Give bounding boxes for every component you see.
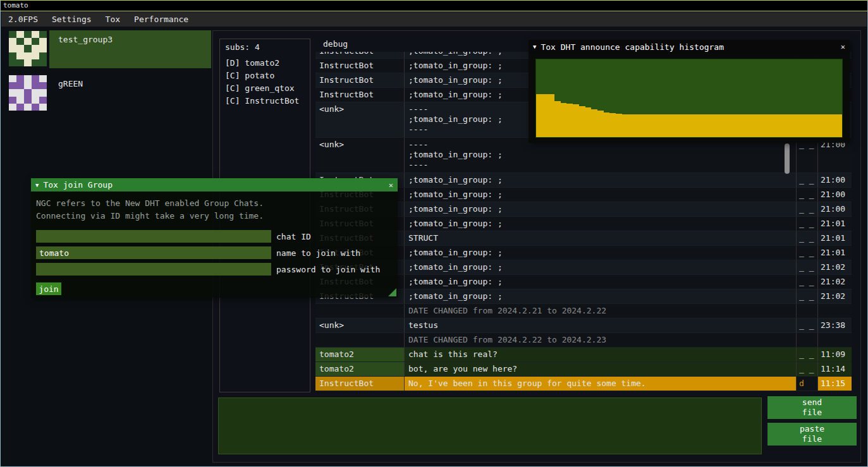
histogram-bar (732, 114, 738, 137)
field-label: chat ID (276, 232, 311, 241)
name-to-join-with-input[interactable] (36, 246, 271, 259)
chat-row-author: InstructBot (315, 88, 404, 102)
subs-item[interactable]: [C] green_qtox (225, 82, 305, 95)
histogram-bar (542, 94, 549, 137)
password-to-join-with-input[interactable] (36, 263, 271, 276)
chat-row-flags: _ _ (796, 188, 817, 202)
histogram-title: Tox DHT announce capability histogram (541, 42, 724, 52)
subs-item[interactable]: [C] potato (225, 70, 305, 82)
histogram-bar (762, 114, 769, 137)
join-group-titlebar[interactable]: ▼ Tox join Group ✕ (31, 178, 398, 191)
join-group-body: NGC refers to the New DHT enabled Group … (31, 191, 398, 298)
join-group-title: Tox join Group (43, 180, 113, 190)
histogram-bar (548, 94, 554, 137)
chat-row-message: testus (404, 318, 796, 332)
chat-row-time: 21:00 (817, 188, 852, 202)
chat-row-flags: _ _ (796, 362, 817, 376)
menu-item-performance[interactable]: Performance (127, 12, 195, 27)
chat-row[interactable]: DATE CHANGED from 2024.2.22 to 2024.2.23 (315, 333, 852, 348)
subs-item[interactable]: [D] tomato2 (225, 57, 305, 70)
group-item-gREEN[interactable]: gREEN (1, 75, 212, 112)
collapse-arrow-icon[interactable]: ▼ (35, 182, 39, 188)
chat-row-author: tomato2 (315, 348, 404, 361)
resize-grip[interactable] (388, 288, 396, 296)
join-button[interactable]: join (36, 282, 61, 295)
histogram-bar (664, 114, 671, 137)
close-icon[interactable]: ✕ (389, 181, 393, 190)
histogram-bar (622, 114, 628, 137)
chat-row-author (315, 333, 404, 347)
window-title: tomato (3, 1, 28, 9)
join-info-line: NGC refers to the New DHT enabled Group … (36, 197, 393, 210)
chat-scrollbar-thumb[interactable] (785, 143, 790, 174)
chat-row[interactable]: <unk>testus_ _23:38 (315, 318, 852, 333)
chat-row-time: 11:15 (817, 377, 852, 391)
chat-row-message: ;tomato_in_group: ; (404, 173, 796, 187)
chat-row-time: 21:02 (817, 275, 852, 289)
window-titlebar[interactable]: tomato (1, 1, 867, 11)
chat-row-flags: _ _ (796, 275, 817, 289)
chat-row-time: 21:00 (817, 138, 852, 173)
histogram-bar (787, 114, 793, 137)
group-avatar (9, 75, 47, 111)
histogram-bar (824, 114, 830, 137)
chat-row-flags: _ _ (796, 318, 817, 332)
chat-row-author (315, 304, 404, 318)
chat-row-flags: _ _ (796, 138, 817, 173)
chat-row-flags (796, 304, 817, 318)
menu-item-2-0fps[interactable]: 2.0FPS (1, 12, 45, 27)
chat-row-message: ---- ;tomato_in_group: ; ---- (404, 138, 796, 173)
chat-row[interactable]: InstructBotNo, I've been in this group f… (315, 377, 852, 391)
join-group-window: ▼ Tox join Group ✕ NGC refers to the New… (31, 178, 398, 298)
chat-row[interactable]: tomato2bot, are you new here?_ _11:14 (315, 362, 852, 377)
histogram-bar (609, 113, 616, 137)
chat-row[interactable]: tomato2chat is this real?_ _11:09 (315, 348, 852, 362)
histogram-bar (793, 114, 800, 137)
join-field-row: password to join with (36, 263, 393, 276)
chat-ID-input[interactable] (36, 230, 271, 243)
join-fields: chat IDname to join withpassword to join… (36, 230, 393, 276)
histogram-bar (628, 114, 634, 137)
subs-item[interactable]: [C] InstructBot (225, 95, 305, 107)
histogram-bar (836, 114, 843, 137)
histogram-bar (805, 114, 812, 137)
chat-row[interactable]: DATE CHANGED from 2024.2.21 to 2024.2.22 (315, 304, 852, 318)
histogram-bar (616, 114, 622, 137)
chat-row-time: 21:00 (817, 173, 852, 187)
chat-row-time: 11:14 (817, 362, 852, 376)
group-item-test_group3[interactable]: test_group3 (1, 30, 212, 68)
chat-row-message: ;tomato_in_group: ; (404, 260, 796, 274)
join-field-row: chat ID (36, 230, 393, 243)
histogram-bar (597, 111, 604, 137)
paste-file-button[interactable]: paste file (767, 423, 857, 446)
chat-row-message: ;tomato_in_group: ; (404, 246, 796, 260)
chat-row[interactable]: <unk>---- ;tomato_in_group: ; ----_ _21:… (315, 138, 852, 173)
histogram-bar (769, 114, 775, 137)
field-label: name to join with (276, 248, 360, 258)
chat-row-time: 21:00 (817, 202, 852, 216)
send-file-button[interactable]: send file (767, 396, 857, 419)
chat-row-message: No, I've been in this group for quite so… (404, 377, 796, 391)
menu-item-settings[interactable]: Settings (45, 12, 99, 27)
histogram-bar (702, 114, 708, 137)
menu-item-tox[interactable]: Tox (99, 12, 127, 27)
chat-row-author: InstructBot (315, 73, 404, 87)
collapse-arrow-icon[interactable]: ▼ (533, 44, 536, 50)
chat-row-message: ;tomato_in_group: ; (404, 217, 796, 231)
group-list: test_group3gREEN (1, 30, 212, 119)
subs-list: [D] tomato2[C] potato[C] green_qtox[C] I… (225, 57, 305, 107)
chat-row-author: <unk> (315, 318, 404, 332)
chat-row-time: 21:01 (817, 217, 852, 231)
histogram-bar (566, 104, 573, 137)
histogram-bar (659, 114, 665, 137)
chat-row-author: InstructBot (315, 52, 404, 58)
close-icon[interactable]: ✕ (841, 42, 845, 51)
histogram-bar (695, 114, 702, 137)
subs-header: subs: 4 (225, 42, 305, 52)
chat-row-flags: _ _ (796, 260, 817, 274)
chat-row-flags: d (796, 377, 817, 391)
chat-row-message: ;tomato_in_group: ; (404, 289, 796, 303)
histogram-titlebar[interactable]: ▼ Tox DHT announce capability histogram … (529, 40, 850, 54)
chat-row-message: chat is this real? (404, 348, 796, 361)
message-input[interactable] (218, 397, 762, 454)
